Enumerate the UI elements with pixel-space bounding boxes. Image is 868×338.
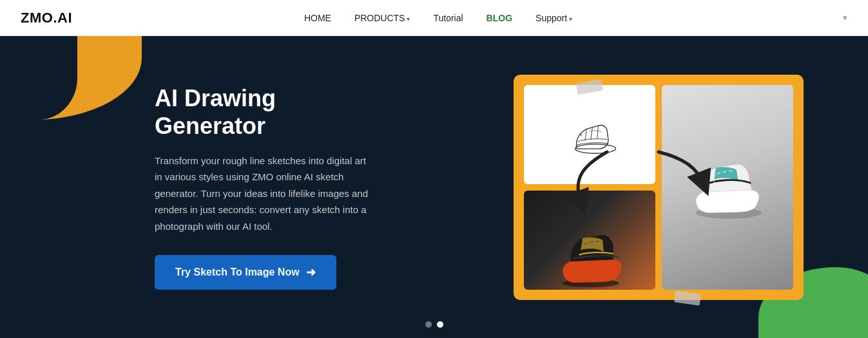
cta-label: Try Sketch To Image Now <box>175 267 300 278</box>
rendered-shoe-svg-1 <box>554 225 625 290</box>
nav-item-support[interactable]: Support▾ <box>535 12 572 24</box>
hero-content: AI Drawing Generator Transform your roug… <box>0 84 374 290</box>
nav-link-products[interactable]: PRODUCTS▾ <box>354 13 410 23</box>
cta-button[interactable]: Try Sketch To Image Now ➜ <box>155 255 336 290</box>
rendered-shoe-svg-2 <box>686 152 769 223</box>
nav-item-blog[interactable]: BLOG <box>487 12 512 24</box>
pagination-dot-2[interactable] <box>437 321 443 328</box>
nav-item-products[interactable]: PRODUCTS▾ <box>354 12 410 24</box>
pagination-dot-1[interactable] <box>425 321 432 328</box>
chevron-down-icon-2: ▾ <box>569 15 572 23</box>
sketch-image-box <box>524 85 655 184</box>
pagination-dots <box>425 321 443 328</box>
sketch-shoe-svg <box>561 112 619 157</box>
hero-section: AI Drawing Generator Transform your roug… <box>0 36 868 338</box>
nav-item-tutorial[interactable]: Tutorial <box>433 12 463 24</box>
nav-item-home[interactable]: HOME <box>304 12 331 24</box>
arrow-icon: ➜ <box>306 265 316 279</box>
nav-right-chevron[interactable]: ▾ <box>804 13 847 23</box>
rendered-shoe-2 <box>662 85 793 290</box>
nav-link-home[interactable]: HOME <box>304 13 331 23</box>
hero-title: AI Drawing Generator <box>155 84 374 140</box>
hero-description: Transform your rough line sketches into … <box>155 153 374 235</box>
nav-link-tutorial[interactable]: Tutorial <box>433 13 463 23</box>
nav-link-blog[interactable]: BLOG <box>487 13 512 23</box>
chevron-down-icon: ▾ <box>407 15 410 23</box>
nav-links: HOME PRODUCTS▾ Tutorial BLOG Support▾ <box>304 12 572 24</box>
navbar: ZMO.AI HOME PRODUCTS▾ Tutorial BLOG Supp… <box>0 0 868 36</box>
logo[interactable]: ZMO.AI <box>21 10 72 26</box>
tape-top <box>576 79 604 95</box>
nav-link-support[interactable]: Support▾ <box>535 13 572 23</box>
svg-point-1 <box>580 133 583 136</box>
hero-image-panel <box>514 75 804 300</box>
rendered-shoe-1 <box>524 191 655 290</box>
